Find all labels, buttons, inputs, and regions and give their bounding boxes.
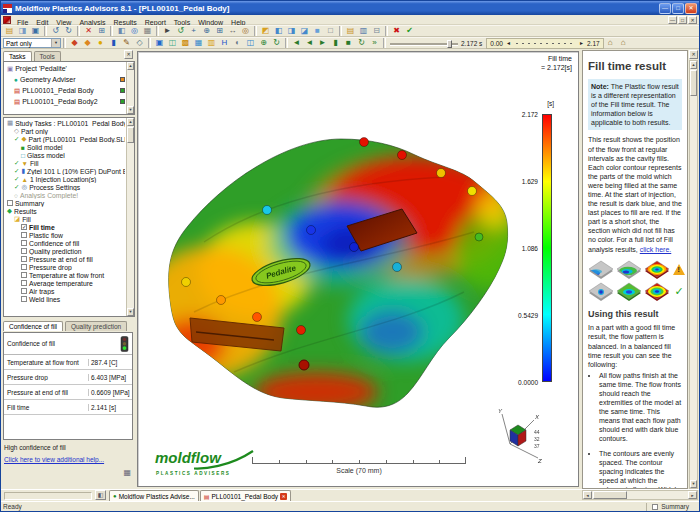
pause-icon[interactable]: ▮ — [329, 38, 342, 49]
tree-item[interactable]: ◆Results — [5, 207, 125, 215]
mdi-restore-button[interactable]: □ — [678, 16, 687, 24]
animation-slider[interactable] — [388, 38, 460, 49]
snapshot-icon[interactable]: ▦ — [141, 26, 154, 37]
undo-icon[interactable]: ↺ — [49, 26, 62, 37]
measure-icon[interactable]: ↔ — [226, 26, 239, 37]
tab-tasks[interactable]: Tasks — [3, 51, 32, 61]
open-project-icon[interactable]: ▤ — [3, 26, 16, 37]
measure-model-icon[interactable]: ◇ — [133, 38, 146, 49]
mdi-minimize-button[interactable]: — — [668, 16, 677, 24]
iso-view-icon[interactable]: ◩ — [259, 26, 272, 37]
tree-item[interactable]: ✓Fill time — [5, 223, 125, 231]
side-view-icon[interactable]: ◪ — [298, 26, 311, 37]
scroll-right-icon[interactable]: ► — [688, 491, 697, 499]
frame-track[interactable] — [514, 40, 576, 47]
redo-icon[interactable]: ↻ — [62, 26, 75, 37]
scroll-left-icon[interactable]: ◄ — [583, 491, 592, 499]
checkbox[interactable]: ✓ — [21, 224, 27, 230]
top-view-icon[interactable]: ◨ — [285, 26, 298, 37]
pin-panel-icon[interactable]: ◧ — [95, 490, 106, 500]
scroll-down-icon[interactable]: ▼ — [690, 480, 697, 488]
refresh-icon[interactable]: ↻ — [270, 38, 283, 49]
report-icon[interactable]: ▦ — [123, 468, 131, 477]
tree-item[interactable]: Confidence of fill — [5, 239, 125, 247]
export-icon[interactable]: ▥ — [357, 26, 370, 37]
tree-item[interactable]: ▤PLL00101_Pedal Body — [5, 85, 125, 96]
gate-adviser-icon[interactable]: ● — [94, 38, 107, 49]
overlay-icon[interactable]: ◫ — [244, 38, 257, 49]
tree-item[interactable]: ■Solid model — [5, 143, 125, 151]
scroll-up-icon[interactable]: ▲ — [127, 118, 134, 126]
scroll-up-icon[interactable]: ▲ — [127, 62, 134, 70]
new-window-icon[interactable]: ◧ — [115, 26, 128, 37]
stop-icon[interactable]: ■ — [342, 38, 355, 49]
model-viewport[interactable]: Fill time = 2.172[s] [s] 2.1721.6291.086… — [137, 51, 579, 487]
checkbox[interactable] — [21, 256, 27, 262]
home-view-icon[interactable]: H — [218, 38, 231, 49]
delete-icon[interactable]: ✕ — [82, 26, 95, 37]
reject-icon[interactable]: ✖ — [390, 26, 403, 37]
transparency-icon[interactable]: ◫ — [166, 38, 179, 49]
contour-icon[interactable]: ▩ — [179, 38, 192, 49]
shaded-result-icon[interactable]: ▦ — [192, 38, 205, 49]
shaded-view-icon[interactable]: ■ — [311, 26, 324, 37]
report-icon[interactable]: ▤ — [344, 26, 357, 37]
scroll-thumb[interactable] — [127, 127, 134, 143]
play-icon[interactable]: ► — [316, 38, 329, 49]
close-panel-icon[interactable]: ✕ — [124, 50, 133, 59]
tree-item[interactable]: ●Geometry Adviser — [5, 74, 125, 85]
summary-toggle[interactable]: Summary — [646, 503, 697, 511]
tree-item[interactable]: Pressure drop — [5, 263, 125, 271]
wireframe-view-icon[interactable]: □ — [324, 26, 337, 37]
scroll-thumb[interactable] — [690, 70, 697, 96]
fast-forward-icon[interactable]: » — [368, 38, 381, 49]
options-icon[interactable]: ⊟ — [370, 26, 383, 37]
tab-tools[interactable]: Tools — [34, 51, 61, 61]
notes-icon[interactable]: ✎ — [120, 38, 133, 49]
tree-item[interactable]: Air traps — [5, 287, 125, 295]
tree-item[interactable]: ◪Fill — [5, 215, 125, 223]
frame-range-control[interactable]: 0.00 ◄ ► 2.17 — [486, 38, 603, 49]
tree-item[interactable]: Pressure at end of fill — [5, 255, 125, 263]
checkbox[interactable] — [21, 248, 27, 254]
checkbox[interactable] — [21, 264, 27, 270]
tree-item[interactable]: ✓▮Zytel 101 L (10% EGF) DuPont Engineeri… — [5, 167, 125, 175]
tree-item[interactable]: ▣Project 'Pedalite' — [5, 63, 125, 74]
tree-item[interactable]: Weld lines — [5, 295, 125, 303]
help-vertical-scrollbar[interactable]: ▲ ▼ — [689, 60, 698, 489]
save-image-icon[interactable]: ⌂ — [604, 38, 617, 49]
min-max-icon[interactable]: ⊕ — [257, 38, 270, 49]
maximize-button[interactable]: □ — [672, 3, 684, 14]
scroll-down-icon[interactable]: ▼ — [127, 106, 134, 114]
tab-confidence-of-fill[interactable]: Confidence of fill — [3, 321, 63, 331]
center-icon[interactable]: ◎ — [239, 26, 252, 37]
pedal-model[interactable]: Pedalite — [144, 122, 516, 412]
fill-adviser-icon[interactable]: ◆ — [68, 38, 81, 49]
help-horizontal-scrollbar[interactable]: ◄ ► — [582, 490, 698, 500]
tree-item[interactable]: ▦Study Tasks : PLL00101_Pedal Body (3D) — [5, 119, 125, 127]
tree-item[interactable]: ✓◆Part (PLL00101_Pedal Body.SLDPRT) — [5, 135, 125, 143]
tree-item[interactable]: ▤PLL00101_Pedal Body2 — [5, 96, 125, 107]
copy-icon[interactable]: ⊞ — [95, 26, 108, 37]
frame-back-icon[interactable]: ◄ — [505, 40, 512, 46]
close-panel-icon[interactable]: ✕ — [689, 50, 698, 59]
tree-item[interactable]: Average temperature — [5, 279, 125, 287]
checkbox[interactable] — [21, 296, 27, 302]
tree-item[interactable]: ✓▲1 Injection Location(s) — [5, 175, 125, 183]
project-scrollbar[interactable]: ▲▼ — [126, 62, 134, 114]
select-icon[interactable]: ► — [161, 26, 174, 37]
sink-adviser-icon[interactable]: ◆ — [81, 38, 94, 49]
close-tab-icon[interactable]: ✕ — [280, 493, 287, 500]
tree-item[interactable]: ○Analysis Complete! — [5, 191, 125, 199]
tree-item[interactable]: ✓▼Fill — [5, 159, 125, 167]
checkbox[interactable] — [21, 232, 27, 238]
front-view-icon[interactable]: ◧ — [272, 26, 285, 37]
checkbox[interactable] — [21, 240, 27, 246]
import-icon[interactable]: ◨ — [16, 26, 29, 37]
tree-item[interactable]: ◇Part only — [5, 127, 125, 135]
scroll-thumb[interactable] — [593, 491, 627, 499]
scroll-down-icon[interactable]: ▼ — [127, 308, 134, 316]
tab-quality-prediction[interactable]: Quality prediction — [65, 321, 127, 331]
mdi-close-button[interactable]: ✕ — [688, 16, 697, 24]
zoom-window-icon[interactable]: ⊞ — [213, 26, 226, 37]
